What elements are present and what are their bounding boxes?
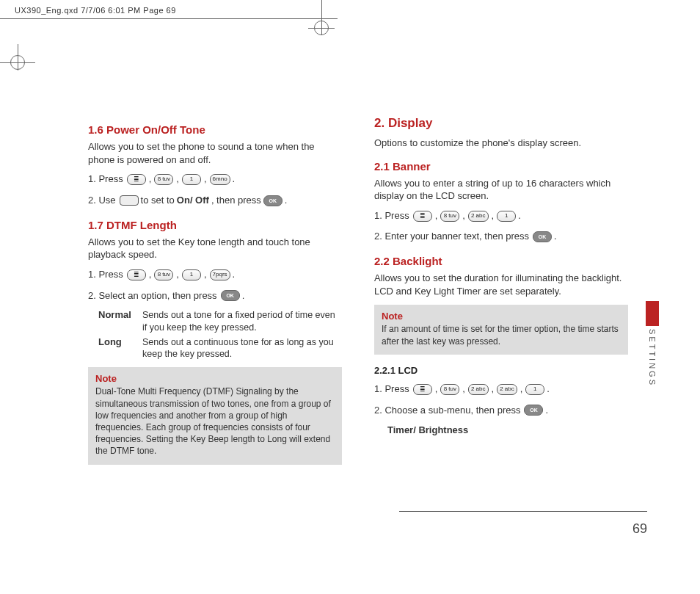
period: .: [518, 209, 521, 224]
step-1-7-1: 1. Press , 8 tuv, 1, 7pqrs.: [88, 267, 342, 283]
heading-2-1: 2.1 Banner: [374, 160, 628, 173]
ok-key-icon: OK: [221, 290, 240, 301]
key-2: 2 abc: [468, 211, 489, 222]
menu-key-icon: [413, 211, 432, 222]
note-box-backlight: Note If an amount of time is set for the…: [374, 305, 628, 354]
footer-rule: [399, 511, 647, 512]
key-2: 2 abc: [497, 384, 517, 395]
step-text: 1. Press: [374, 209, 409, 224]
submenu-label: Timer/ Brightness: [387, 424, 628, 437]
para-2-2: Allows you to set the duration for illum…: [374, 272, 628, 297]
menu-key-icon: [127, 269, 146, 280]
right-column: 2. Display Options to customize the phon…: [374, 113, 628, 472]
para-1-6: Allows you to set the phone to sound a t…: [88, 140, 342, 166]
side-section-label: SETTINGS: [648, 329, 657, 387]
key-1: 1: [497, 211, 516, 222]
step-2-2-1-2: 2. Choose a sub-menu, then press OK.: [374, 403, 628, 419]
heading-2: 2. Display: [374, 116, 628, 131]
step-2-1-1: 1. Press , 8 tuv, 2 abc, 1.: [374, 209, 628, 224]
step-text: to set to: [141, 193, 175, 209]
step-text: 1. Press: [88, 172, 123, 187]
menu-key-icon: [127, 174, 146, 185]
period: .: [554, 229, 557, 245]
key-7: 7pqrs: [210, 269, 230, 280]
ok-key-icon: OK: [263, 195, 282, 206]
heading-2-2: 2.2 Backlight: [374, 255, 628, 267]
step-text: , then press: [211, 193, 261, 209]
period: .: [547, 382, 550, 397]
step-text: 1. Press: [374, 382, 409, 397]
key-2: 2 abc: [468, 384, 489, 395]
note-body: Dual-Tone Multi Frequency (DTMF) Signali…: [95, 385, 335, 457]
step-text: 2. Enter your banner text, then press: [374, 229, 529, 245]
key-8: 8 tuv: [154, 269, 173, 280]
side-tab-marker: [646, 301, 659, 326]
step-2-1-2: 2. Enter your banner text, then press OK…: [374, 229, 628, 245]
left-column: 1.6 Power On/Off Tone Allows you to set …: [88, 113, 342, 472]
key-8: 8 tuv: [440, 384, 459, 395]
step-text: 1. Press: [88, 267, 123, 283]
step-1-7-2: 2. Select an option, then press OK.: [88, 289, 342, 304]
step-text: 2. Choose a sub-menu, then press: [374, 403, 520, 419]
on-off-label: On/ Off: [177, 193, 209, 209]
para-2: Options to customize the phone's display…: [374, 137, 628, 150]
crop-line: [0, 18, 338, 19]
def-row-long: Long Sends out a continuous tone for as …: [98, 336, 342, 361]
heading-1-7: 1.7 DTMF Length: [88, 219, 342, 231]
period: .: [233, 267, 236, 283]
key-1: 1: [182, 269, 201, 280]
crop-header-text: UX390_Eng.qxd 7/7/06 6:01 PM Page 69: [15, 6, 176, 15]
period: .: [285, 193, 288, 209]
step-1-6-2: 2. Use to set to On/ Off, then press OK.: [88, 193, 342, 209]
ok-key-icon: OK: [533, 231, 552, 242]
heading-2-2-1: 2.2.1 LCD: [374, 365, 628, 376]
ok-key-icon: OK: [524, 405, 543, 416]
def-term: Normal: [98, 309, 136, 333]
page-body: 1.6 Power On/Off Tone Allows you to set …: [88, 113, 631, 472]
para-2-1: Allows you to enter a string of up to 16…: [374, 177, 628, 203]
step-1-6-1: 1. Press , 8 tuv, 1, 6mno.: [88, 172, 342, 187]
period: .: [545, 403, 548, 419]
key-1: 1: [525, 384, 544, 395]
heading-1-6: 1.6 Power On/Off Tone: [88, 123, 342, 136]
note-title: Note: [382, 311, 621, 322]
key-8: 8 tuv: [440, 211, 459, 222]
def-row-normal: Normal Sends out a tone for a fixed peri…: [98, 309, 342, 333]
period: .: [242, 289, 245, 304]
key-1: 1: [182, 174, 201, 185]
def-desc: Sends out a tone for a fixed period of t…: [142, 309, 342, 333]
note-box-dtmf: Note Dual-Tone Multi Frequency (DTMF) Si…: [88, 367, 342, 464]
definition-list: Normal Sends out a tone for a fixed peri…: [98, 309, 342, 360]
step-text: 2. Select an option, then press: [88, 289, 217, 304]
period: .: [233, 172, 236, 187]
dpad-key-icon: [120, 195, 139, 206]
def-term: Long: [98, 336, 136, 361]
step-text: 2. Use: [88, 193, 116, 209]
key-8: 8 tuv: [154, 174, 173, 185]
def-desc: Sends out a continuous tone for as long …: [142, 336, 342, 361]
step-2-2-1-1: 1. Press , 8 tuv, 2 abc, 2 abc, 1.: [374, 382, 628, 397]
note-title: Note: [95, 373, 335, 384]
page-number: 69: [632, 521, 647, 537]
menu-key-icon: [413, 384, 432, 395]
para-1-7: Allows you to set the Key tone length an…: [88, 236, 342, 261]
key-6: 6mno: [210, 174, 230, 185]
note-body: If an amount of time is set for the time…: [382, 323, 621, 347]
